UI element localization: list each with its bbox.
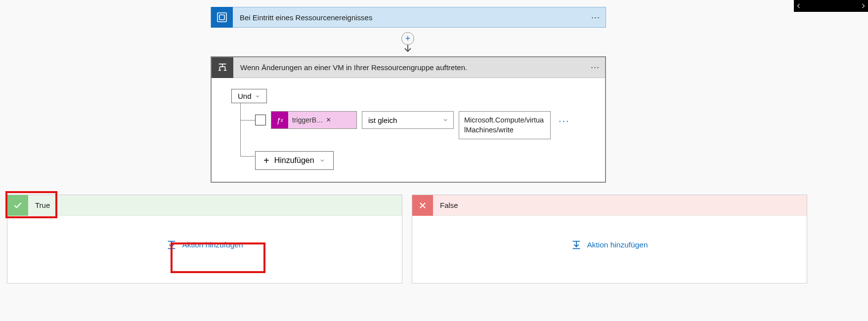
add-label: Hinzufügen bbox=[274, 156, 314, 165]
svg-rect-0 bbox=[217, 13, 226, 22]
false-branch-header[interactable]: False bbox=[412, 195, 807, 216]
add-action-label: Aktion hinzufügen bbox=[182, 241, 243, 249]
fx-icon: ƒx bbox=[271, 112, 288, 128]
insert-step-button[interactable]: + bbox=[401, 32, 414, 45]
add-action-true[interactable]: Aktion hinzufügen bbox=[7, 240, 402, 250]
trigger-title: Bei Eintritt eines Ressourcenereignisses bbox=[233, 13, 586, 22]
false-label: False bbox=[433, 201, 458, 209]
condition-header[interactable]: Wenn Änderungen an einer VM in Ihrer Res… bbox=[212, 57, 605, 78]
add-action-icon bbox=[166, 240, 177, 250]
row-menu-button[interactable]: ··· bbox=[556, 112, 573, 129]
true-branch: True Aktion hinzufügen bbox=[7, 195, 402, 283]
plus-icon: + bbox=[263, 156, 269, 165]
trigger-menu-button[interactable]: ··· bbox=[586, 7, 606, 27]
check-icon bbox=[7, 195, 28, 216]
chevron-down-icon bbox=[319, 158, 325, 163]
condition-title: Wenn Änderungen an einer VM in Ihrer Res… bbox=[233, 63, 585, 72]
add-row-container: + Hinzufügen bbox=[231, 139, 585, 170]
condition-left-operand[interactable]: ƒx triggerB… × bbox=[271, 111, 357, 129]
trigger-card[interactable]: Bei Eintritt eines Ressourcenereignisses… bbox=[211, 7, 606, 28]
close-icon bbox=[412, 195, 433, 216]
condition-card: Wenn Änderungen an einer VM in Ihrer Res… bbox=[211, 56, 606, 183]
condition-row: ƒx triggerB… × ist gleich Microsoft.Comp… bbox=[231, 103, 585, 139]
add-action-label: Aktion hinzufügen bbox=[587, 241, 648, 249]
event-grid-icon bbox=[211, 7, 233, 28]
chevron-left-icon bbox=[796, 3, 802, 9]
add-action-icon bbox=[571, 240, 582, 250]
condition-right-operand[interactable]: Microsoft.Compute/virtualMachines/write bbox=[459, 111, 551, 139]
chevron-down-icon bbox=[255, 93, 260, 99]
token-remove-button[interactable]: × bbox=[323, 116, 334, 124]
add-action-false[interactable]: Aktion hinzufügen bbox=[412, 240, 807, 250]
condition-operator-select[interactable]: ist gleich bbox=[362, 111, 454, 129]
condition-icon bbox=[212, 57, 233, 78]
operator-label: ist gleich bbox=[368, 116, 397, 124]
condition-menu-button[interactable]: ··· bbox=[585, 57, 605, 78]
group-operator-select[interactable]: Und bbox=[231, 89, 267, 103]
top-toolbar-fragment bbox=[794, 0, 868, 12]
token-label: triggerB… bbox=[292, 116, 323, 124]
true-label: True bbox=[28, 201, 50, 209]
chevron-down-icon bbox=[442, 117, 448, 123]
group-operator-label: Und bbox=[238, 92, 252, 100]
false-branch: False Aktion hinzufügen bbox=[412, 195, 807, 283]
arrow-down-icon bbox=[404, 44, 412, 53]
true-branch-header[interactable]: True bbox=[7, 195, 402, 216]
row-checkbox[interactable] bbox=[255, 115, 266, 125]
chevron-right-icon bbox=[860, 3, 866, 9]
svg-rect-1 bbox=[219, 15, 224, 20]
add-condition-button[interactable]: + Hinzufügen bbox=[255, 151, 334, 170]
